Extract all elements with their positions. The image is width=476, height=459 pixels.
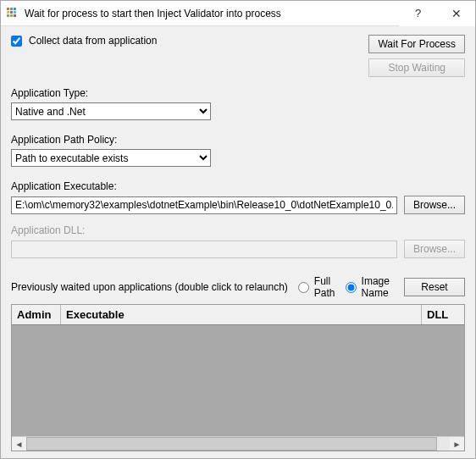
svg-rect-0 xyxy=(7,8,9,10)
scroll-track[interactable] xyxy=(26,437,450,451)
app-path-policy-label: Application Path Policy: xyxy=(11,134,465,146)
image-name-radio-text: Image Name xyxy=(362,275,394,299)
svg-rect-2 xyxy=(14,8,16,10)
app-executable-label: Application Executable: xyxy=(11,180,465,192)
close-button[interactable]: ✕ xyxy=(437,1,475,26)
full-path-radio-text: Full Path xyxy=(314,275,335,299)
svg-rect-8 xyxy=(14,14,16,17)
svg-rect-5 xyxy=(14,11,16,14)
scroll-left-arrow-icon[interactable]: ◄ xyxy=(12,437,26,451)
previous-apps-grid[interactable]: Admin Executable DLL ◄ ► xyxy=(11,304,465,451)
collect-data-checkbox[interactable] xyxy=(11,36,22,47)
image-name-radio[interactable] xyxy=(346,282,357,293)
svg-rect-3 xyxy=(7,11,9,14)
title-bar: Wait for process to start then Inject Va… xyxy=(1,1,475,26)
app-dll-label: Application DLL: xyxy=(11,224,465,236)
browse-dll-button: Browse... xyxy=(404,240,465,258)
grid-col-dll[interactable]: DLL xyxy=(422,305,464,324)
window-title: Wait for process to start then Inject Va… xyxy=(25,8,399,19)
collect-data-checkbox-row[interactable]: Collect data from application xyxy=(11,35,368,47)
grid-col-admin[interactable]: Admin xyxy=(12,305,61,324)
browse-executable-button[interactable]: Browse... xyxy=(404,196,465,214)
full-path-radio-label[interactable]: Full Path xyxy=(293,275,335,299)
dialog-window: Wait for process to start then Inject Va… xyxy=(0,0,476,459)
app-type-select[interactable]: Native and .Net xyxy=(11,102,211,120)
image-name-radio-label[interactable]: Image Name xyxy=(340,275,394,299)
help-button[interactable]: ? xyxy=(399,1,437,26)
scroll-right-arrow-icon[interactable]: ► xyxy=(450,437,464,451)
previous-apps-label: Previously waited upon applications (dou… xyxy=(11,281,288,293)
reset-button[interactable]: Reset xyxy=(404,278,465,296)
app-executable-input[interactable] xyxy=(11,196,397,214)
grid-body xyxy=(12,325,464,436)
full-path-radio[interactable] xyxy=(298,282,309,293)
app-dll-input xyxy=(11,241,397,258)
dialog-body: Collect data from application Wait For P… xyxy=(1,26,475,458)
svg-rect-1 xyxy=(10,8,13,10)
scroll-thumb[interactable] xyxy=(26,437,437,451)
app-type-label: Application Type: xyxy=(11,87,465,99)
app-path-policy-select[interactable]: Path to executable exists xyxy=(11,149,211,167)
svg-rect-6 xyxy=(7,14,9,17)
svg-rect-4 xyxy=(10,11,13,14)
app-icon xyxy=(6,7,19,20)
wait-for-process-button[interactable]: Wait For Process xyxy=(368,35,465,53)
stop-waiting-button: Stop Waiting xyxy=(368,58,465,77)
svg-rect-7 xyxy=(10,14,13,17)
collect-data-label: Collect data from application xyxy=(29,35,157,47)
grid-header: Admin Executable DLL xyxy=(12,305,464,325)
grid-col-executable[interactable]: Executable xyxy=(61,305,422,324)
grid-horizontal-scrollbar[interactable]: ◄ ► xyxy=(12,436,464,451)
